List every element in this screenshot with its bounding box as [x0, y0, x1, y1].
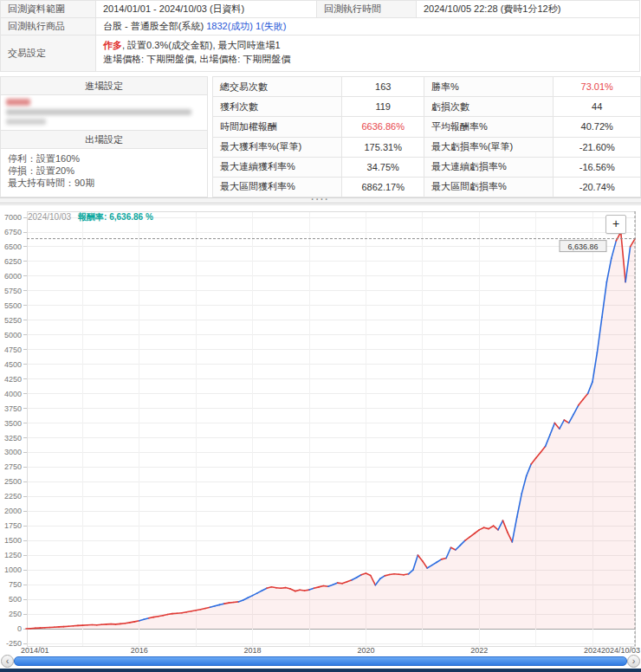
stat-value: -16.56%	[554, 158, 640, 177]
panel-splitter[interactable]: ····	[0, 197, 641, 204]
svg-text:1750: 1750	[4, 521, 22, 530]
svg-text:3750: 3750	[4, 404, 22, 413]
svg-text:6250: 6250	[4, 257, 22, 266]
take-profit-text: 停利：設置160%	[8, 152, 200, 165]
scroll-left-button[interactable]: ‹	[1, 655, 14, 668]
svg-text:750: 750	[9, 580, 22, 589]
price-settings-text: 進場價格: 下期開盤價, 出場價格: 下期開盤價	[103, 54, 290, 64]
chevron-right-icon: ›	[632, 656, 636, 666]
backtest-summary-table: 回測資料範圍 2014/01/01 - 2024/10/03 (日資料) 回測執…	[0, 0, 640, 72]
svg-text:6750: 6750	[4, 228, 22, 236]
fail-count-link[interactable]: 1(失敗)	[256, 21, 286, 31]
stop-loss-text: 停損：設置20%	[8, 165, 200, 177]
stat-label: 最大連續虧損率%	[424, 158, 554, 177]
stat-value: 119	[342, 97, 424, 116]
svg-text:6000: 6000	[4, 272, 22, 281]
range-label: 回測資料範圍	[1, 1, 96, 17]
stat-value: -20.74%	[554, 178, 640, 197]
exit-settings-body: 停利：設置160% 停損：設置20% 最大持有時間：90期	[1, 149, 207, 192]
exec-time-label: 回測執行時間	[317, 1, 417, 17]
product-value: 台股 - 普通股全部(系統) 1832(成功) 1(失敗)	[96, 18, 639, 35]
max-holding-text: 最大持有時間：90期	[8, 177, 200, 189]
svg-text:4000: 4000	[4, 390, 22, 398]
splitter-handle-icon: ····	[311, 195, 329, 204]
svg-text:5500: 5500	[4, 301, 22, 310]
product-text: 台股 - 普通股全部(系統)	[103, 21, 204, 31]
entry-settings-redacted	[1, 95, 207, 131]
stat-label: 最大連續獲利率%	[213, 158, 342, 177]
svg-text:2024/10/03: 2024/10/03	[601, 646, 640, 655]
svg-text:2022: 2022	[470, 646, 488, 655]
stat-value: 73.01%	[554, 77, 640, 96]
bottom-accent-bar	[0, 669, 641, 672]
stat-label: 時間加權報酬	[213, 117, 342, 136]
product-label: 回測執行商品	[1, 18, 96, 35]
svg-text:2016: 2016	[131, 646, 148, 655]
horizontal-scrollbar[interactable]: ‹ ›	[0, 655, 641, 668]
performance-stats-table: 總交易次數 163 勝率% 73.01% 獲利次數 119 虧損次數 44 時間…	[212, 76, 641, 197]
stat-value: 44	[554, 97, 640, 116]
fee-settings-text: , 設置0.3%(成交金額), 最大同時進場1	[122, 40, 281, 50]
tooltip-date: 2024/10/03	[28, 212, 71, 222]
svg-text:2000: 2000	[4, 507, 22, 515]
stat-label: 最大區間獲利率%	[213, 178, 342, 197]
strategy-panel: 進場設定 出場設定 停利：設置160% 停損：設置20% 最大持有時間：90期	[0, 76, 208, 197]
stat-value: 40.72%	[554, 117, 640, 136]
svg-text:4500: 4500	[4, 360, 22, 369]
scroll-right-button[interactable]: ›	[627, 655, 640, 668]
chart-tooltip: 2024/10/03報酬率: 6,636.86 %	[28, 211, 153, 223]
stat-label: 總交易次數	[213, 77, 342, 96]
stat-value: 175.31%	[342, 138, 424, 157]
tooltip-value: 6,636.86 %	[109, 212, 153, 222]
svg-text:2500: 2500	[4, 477, 22, 486]
stat-label: 勝率%	[424, 77, 554, 96]
zoom-in-button[interactable]: +	[605, 215, 626, 234]
redacted-text-block	[6, 109, 191, 115]
exec-time-value: 2024/10/05 22:28 (費時1分12秒)	[417, 1, 639, 17]
exit-settings-header: 出場設定	[1, 131, 207, 149]
stat-label: 虧損次數	[424, 97, 554, 116]
svg-text:2014/01: 2014/01	[21, 646, 49, 655]
svg-text:3250: 3250	[4, 434, 22, 443]
table-row: 獲利次數 119 虧損次數 44	[213, 97, 640, 117]
range-value: 2014/01/01 - 2024/10/03 (日資料)	[96, 1, 317, 17]
svg-text:1000: 1000	[4, 565, 22, 574]
svg-text:1500: 1500	[4, 536, 22, 545]
trade-settings-label: 交易設定	[1, 36, 96, 71]
svg-text:4250: 4250	[4, 375, 22, 384]
return-chart-canvas[interactable]: -250025050075010001250150017502000225025…	[0, 205, 641, 655]
table-row: 最大獲利率%(單筆) 175.31% 最大虧損率%(單筆) -21.60%	[213, 138, 640, 158]
stat-value: 163	[342, 77, 424, 96]
trade-settings-value: 作多, 設置0.3%(成交金額), 最大同時進場1 進場價格: 下期開盤價, 出…	[96, 36, 639, 71]
svg-text:2018: 2018	[244, 646, 262, 655]
svg-text:7000: 7000	[4, 213, 22, 222]
success-count-link[interactable]: 1832(成功)	[206, 21, 253, 31]
scrollbar-thumb[interactable]	[14, 656, 627, 666]
svg-text:5750: 5750	[4, 287, 22, 295]
svg-text:2020: 2020	[357, 646, 374, 655]
return-chart[interactable]: -250025050075010001250150017502000225025…	[0, 204, 641, 654]
tooltip-label: 報酬率:	[78, 212, 107, 222]
stat-value: 6636.86%	[342, 117, 424, 136]
chevron-left-icon: ‹	[6, 656, 10, 666]
stat-label: 平均報酬率%	[424, 117, 554, 136]
stat-value: 34.75%	[342, 158, 424, 177]
svg-text:0: 0	[17, 624, 22, 633]
svg-text:5000: 5000	[4, 331, 22, 339]
stat-value: 6862.17%	[342, 178, 424, 197]
svg-text:2750: 2750	[4, 462, 22, 471]
table-row: 最大連續獲利率% 34.75% 最大連續虧損率% -16.56%	[213, 158, 640, 178]
svg-text:6,636.86: 6,636.86	[567, 242, 598, 251]
svg-text:4750: 4750	[4, 346, 22, 354]
stat-label: 最大虧損率%(單筆)	[424, 138, 554, 157]
stat-label: 獲利次數	[213, 97, 342, 116]
table-row: 最大區間獲利率% 6862.17% 最大區間虧損率% -20.74%	[213, 178, 640, 197]
table-row: 總交易次數 163 勝率% 73.01%	[213, 77, 640, 97]
table-row: 回測執行商品 台股 - 普通股全部(系統) 1832(成功) 1(失敗)	[1, 18, 639, 36]
svg-text:3000: 3000	[4, 448, 22, 456]
table-row: 時間加權報酬 6636.86% 平均報酬率% 40.72%	[213, 117, 640, 137]
entry-settings-header: 進場設定	[1, 77, 207, 95]
stat-label: 最大獲利率%(單筆)	[213, 138, 342, 157]
redacted-text-block	[6, 99, 30, 106]
svg-text:5250: 5250	[4, 316, 22, 325]
